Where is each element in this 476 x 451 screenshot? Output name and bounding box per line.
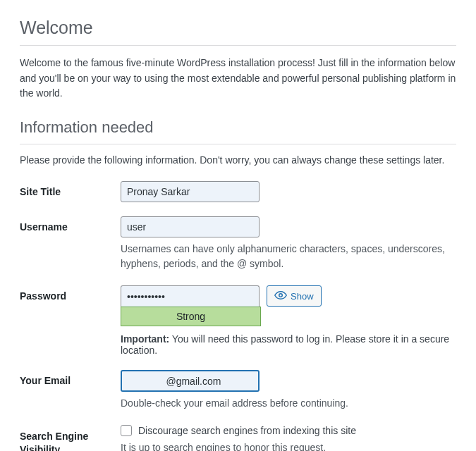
search-helper: It is up to search engines to honor this… xyxy=(121,440,456,451)
site-title-label: Site Title xyxy=(20,181,121,216)
show-label: Show xyxy=(291,291,314,302)
password-input[interactable] xyxy=(121,285,260,307)
welcome-intro: Welcome to the famous five-minute WordPr… xyxy=(20,56,456,101)
welcome-heading: Welcome xyxy=(20,18,456,38)
info-subhead: Please provide the following information… xyxy=(20,154,456,166)
install-form: Site Title Username Usernames can have o… xyxy=(20,181,456,451)
info-heading: Information needed xyxy=(20,118,456,137)
divider xyxy=(20,45,456,46)
divider xyxy=(20,144,456,144)
email-input[interactable] xyxy=(121,370,260,392)
eye-icon xyxy=(274,290,287,302)
site-title-input[interactable] xyxy=(121,181,260,202)
search-visibility-checkbox[interactable] xyxy=(121,425,132,436)
username-label: Username xyxy=(20,216,121,285)
password-strength: Strong xyxy=(121,307,261,326)
password-important: Important: You will need this password t… xyxy=(121,333,456,356)
svg-point-0 xyxy=(279,293,283,297)
show-password-button[interactable]: Show xyxy=(267,285,322,307)
username-helper: Usernames can have only alphanumeric cha… xyxy=(121,242,456,271)
password-label: Password xyxy=(20,285,121,370)
search-checkbox-label: Discourage search engines from indexing … xyxy=(138,425,356,436)
username-input[interactable] xyxy=(121,216,260,237)
important-label: Important: xyxy=(121,333,169,345)
email-label: Your Email xyxy=(20,370,121,425)
important-text: You will need this password to log in. P… xyxy=(121,333,449,356)
search-visibility-label: Search Engine Visibility xyxy=(20,425,121,451)
email-helper: Double-check your email address before c… xyxy=(121,396,456,411)
